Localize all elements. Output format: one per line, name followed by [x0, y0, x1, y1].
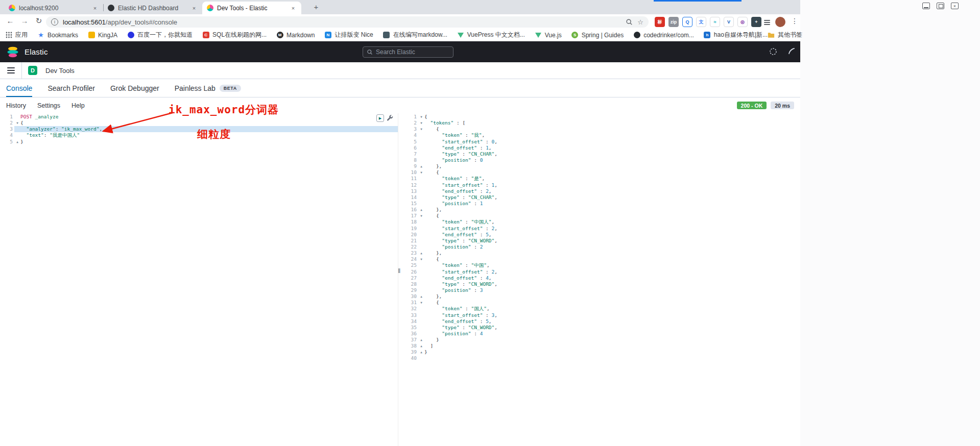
- bookmark-item[interactable]: ★Bookmarks: [37, 32, 78, 39]
- code-line[interactable]: 29 "position" : 3: [404, 287, 800, 293]
- code-line[interactable]: 31▼ {: [404, 300, 800, 306]
- send-request-icon[interactable]: ▶: [376, 114, 384, 122]
- code-line[interactable]: 17▼ {: [404, 213, 800, 219]
- bookmark-item[interactable]: 在线编写markdow...: [383, 31, 447, 39]
- response-viewer[interactable]: 1▼{2▼ "tokens" : [3▼ {4 "token" : "我",5 …: [404, 113, 800, 446]
- extension-icon[interactable]: 文: [696, 17, 706, 27]
- forward-icon[interactable]: →: [19, 16, 30, 25]
- code-line[interactable]: 2▼{: [0, 120, 398, 126]
- extension-icon[interactable]: Q: [682, 17, 692, 27]
- close-icon[interactable]: ×: [951, 3, 959, 9]
- code-line[interactable]: 30▲ },: [404, 293, 800, 300]
- code-line[interactable]: 4 "token" : "我",: [404, 132, 800, 138]
- code-line[interactable]: 3▼ {: [404, 126, 800, 132]
- fold-icon[interactable]: ▼: [418, 169, 424, 176]
- pane-splitter[interactable]: ‖: [398, 267, 400, 275]
- code-line[interactable]: 10▼ {: [404, 169, 800, 176]
- reload-icon[interactable]: ↻: [34, 16, 44, 26]
- code-line[interactable]: 35 "type" : "CN_WORD",: [404, 325, 800, 331]
- fold-icon[interactable]: ▲: [418, 207, 424, 213]
- fold-icon[interactable]: ▼: [418, 213, 424, 219]
- reader-mode-icon[interactable]: [764, 19, 770, 26]
- fold-icon[interactable]: ▲: [418, 349, 424, 355]
- code-line[interactable]: 2▼ "tokens" : [: [404, 120, 800, 126]
- request-editor[interactable]: 1POST _analyze2▼{3 "analyzer": "ik_max_w…: [0, 113, 398, 446]
- devtools-app-icon[interactable]: D: [28, 66, 37, 75]
- zoom-icon[interactable]: [626, 18, 633, 26]
- code-line[interactable]: 27 "end_offset" : 4,: [404, 275, 800, 281]
- fold-icon[interactable]: ▼: [418, 256, 424, 262]
- fold-icon[interactable]: ▲: [418, 343, 424, 349]
- other-bookmarks-folder[interactable]: 其他书签: [768, 31, 802, 39]
- global-search[interactable]: [363, 46, 453, 58]
- fold-icon[interactable]: ▼: [418, 300, 424, 306]
- code-line[interactable]: 15 "position" : 1: [404, 201, 800, 207]
- code-line[interactable]: 13 "end_offset" : 2,: [404, 188, 800, 194]
- code-line[interactable]: 20 "end_offset" : 5,: [404, 232, 800, 238]
- code-line[interactable]: 23▲ },: [404, 250, 800, 256]
- code-line[interactable]: 36 "position" : 4: [404, 331, 800, 337]
- bookmark-star-icon[interactable]: ☆: [637, 18, 643, 26]
- console-menu-help[interactable]: Help: [71, 102, 85, 109]
- extension-icon[interactable]: ≈: [710, 17, 720, 27]
- fold-icon[interactable]: ▲: [418, 337, 424, 343]
- site-info-icon[interactable]: i: [51, 18, 58, 26]
- fold-icon[interactable]: ▲: [418, 293, 424, 300]
- bookmark-item[interactable]: N让排版变 Nice: [324, 31, 373, 39]
- code-line[interactable]: 32 "token" : "国人",: [404, 306, 800, 312]
- bookmark-item[interactable]: CSQL在线刷题的网...: [202, 31, 267, 39]
- bookmark-item[interactable]: VuePress 中文文档...: [457, 31, 525, 39]
- search-input[interactable]: [376, 48, 440, 56]
- code-line[interactable]: 18 "token" : "中国人",: [404, 219, 800, 225]
- bookmark-item[interactable]: hhao自媒体导航|新...: [704, 31, 768, 39]
- code-line[interactable]: 24▼ {: [404, 256, 800, 262]
- extension-icon[interactable]: V: [724, 17, 734, 27]
- tab-close-icon[interactable]: ×: [190, 5, 198, 11]
- code-line[interactable]: 16▲ },: [404, 207, 800, 213]
- code-line[interactable]: 6 "end_offset" : 1,: [404, 145, 800, 151]
- restore-icon[interactable]: [937, 3, 944, 9]
- fold-icon[interactable]: ▼: [14, 120, 20, 126]
- console-menu-settings[interactable]: Settings: [37, 102, 60, 109]
- code-line[interactable]: 9▲ },: [404, 163, 800, 169]
- bookmark-item[interactable]: codedrinker/com...: [633, 32, 694, 39]
- menu-icon[interactable]: [7, 66, 15, 75]
- console-menu-history[interactable]: History: [6, 102, 26, 109]
- code-line[interactable]: 8 "position" : 0: [404, 157, 800, 163]
- tab-painless-lab[interactable]: Painless LabBETA: [175, 79, 241, 97]
- fold-icon[interactable]: ▼: [418, 126, 424, 132]
- code-line[interactable]: 22 "position" : 2: [404, 244, 800, 250]
- code-line[interactable]: 26 "start_offset" : 2,: [404, 269, 800, 275]
- code-line[interactable]: 34 "end_offset" : 5,: [404, 318, 800, 325]
- tab-close-icon[interactable]: ×: [91, 5, 99, 11]
- code-line[interactable]: 1▼{: [404, 114, 800, 120]
- code-line[interactable]: 33 "start_offset" : 3,: [404, 312, 800, 318]
- browser-tab[interactable]: Dev Tools - Elastic×: [202, 2, 301, 14]
- extension-icon[interactable]: 标: [655, 17, 665, 27]
- new-tab-icon[interactable]: +: [312, 3, 321, 12]
- quill-icon[interactable]: [787, 47, 795, 55]
- code-line[interactable]: 21 "type" : "CN_WORD",: [404, 238, 800, 244]
- elastic-logo-icon[interactable]: [6, 45, 19, 59]
- code-line[interactable]: 5 "start_offset" : 0,: [404, 139, 800, 145]
- minimize-icon[interactable]: [922, 3, 930, 9]
- code-line[interactable]: 25 "token" : "中国",: [404, 262, 800, 268]
- code-line[interactable]: 19 "start_offset" : 2,: [404, 226, 800, 232]
- browser-menu-icon[interactable]: ⋮: [791, 17, 798, 25]
- bookmark-item[interactable]: Vue.js: [535, 32, 562, 39]
- code-line[interactable]: 38▲ ]: [404, 343, 800, 349]
- tab-grok-debugger[interactable]: Grok Debugger: [110, 79, 159, 97]
- browser-tab[interactable]: Elastic HD Dashboard×: [103, 2, 202, 14]
- tab-search-profiler[interactable]: Search Profiler: [47, 79, 95, 97]
- bookmark-item[interactable]: 百度一下，你就知道: [127, 31, 193, 39]
- bookmark-item[interactable]: KingJA: [88, 32, 117, 39]
- code-line[interactable]: 28 "type" : "CN_WORD",: [404, 281, 800, 287]
- fold-icon[interactable]: ▼: [418, 114, 424, 120]
- address-bar[interactable]: i localhost:5601/app/dev_tools#/console …: [46, 16, 649, 28]
- wrench-icon[interactable]: [387, 115, 393, 121]
- code-line[interactable]: 11 "token" : "是",: [404, 176, 800, 182]
- code-line[interactable]: 7 "type" : "CN_CHAR",: [404, 151, 800, 157]
- code-line[interactable]: 14 "type" : "CN_CHAR",: [404, 194, 800, 201]
- code-line[interactable]: 37▲ }: [404, 337, 800, 343]
- fold-icon[interactable]: ▲: [418, 163, 424, 169]
